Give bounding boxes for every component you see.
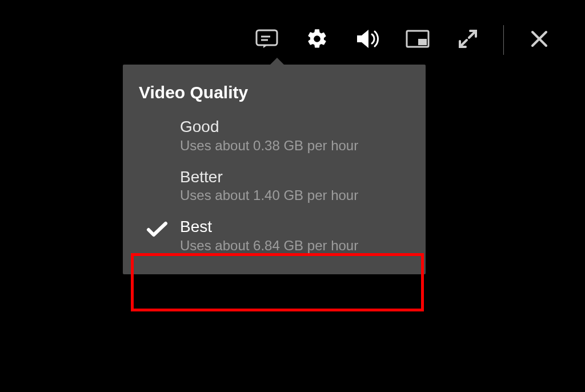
popover-caret (269, 58, 285, 66)
check-column (134, 117, 180, 121)
svg-rect-4 (418, 39, 427, 45)
panel-title: Video Quality (123, 83, 426, 110)
svg-rect-0 (257, 30, 277, 45)
video-quality-panel: Video Quality Good Uses about 0.38 GB pe… (123, 65, 426, 274)
settings-button[interactable] (306, 29, 328, 51)
gear-icon (306, 27, 328, 53)
subtitles-icon (255, 29, 278, 51)
close-icon (530, 30, 548, 50)
option-label: Better (180, 167, 414, 187)
option-subtext: Uses about 0.38 GB per hour (180, 138, 414, 154)
settings-popover: Video Quality Good Uses about 0.38 GB pe… (123, 65, 426, 274)
option-subtext: Uses about 1.40 GB per hour (180, 187, 414, 203)
check-column (134, 217, 180, 240)
volume-button[interactable] (356, 29, 379, 51)
fullscreen-button[interactable] (456, 29, 479, 51)
pip-button[interactable] (406, 29, 429, 51)
close-button[interactable] (528, 29, 551, 51)
quality-option-better[interactable]: Better Uses about 1.40 GB per hour (123, 161, 426, 211)
option-label: Good (180, 117, 414, 137)
volume-icon (355, 29, 380, 51)
picture-in-picture-icon (406, 30, 430, 50)
quality-option-best[interactable]: Best Uses about 6.84 GB per hour (123, 210, 426, 261)
fullscreen-icon (458, 29, 478, 51)
option-label: Best (180, 217, 414, 237)
checkmark-icon (146, 221, 168, 240)
option-subtext: Uses about 6.84 GB per hour (180, 238, 414, 254)
subtitles-button[interactable] (255, 29, 278, 51)
check-column (134, 167, 180, 171)
quality-option-good[interactable]: Good Uses about 0.38 GB per hour (123, 110, 426, 161)
controls-divider (503, 25, 504, 55)
player-controls-bar (0, 26, 585, 54)
